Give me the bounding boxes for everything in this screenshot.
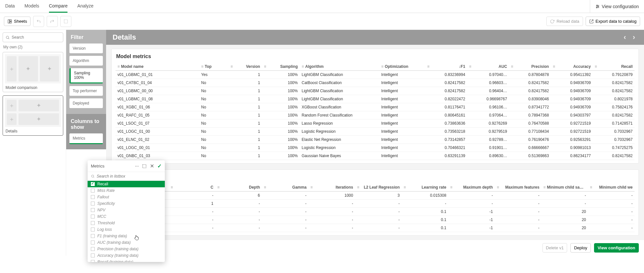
column-menu-icon[interactable]: ≡ <box>310 185 313 190</box>
column-menu-icon[interactable]: ≡ <box>450 185 453 190</box>
table-row[interactable]: v01_LGBMC_00_00No1100%LightGBM Classific… <box>115 87 635 95</box>
sheets-button[interactable]: Sheets <box>4 17 30 26</box>
listbox-item-f1-training-data-[interactable]: F1 (training data) <box>88 233 165 239</box>
listbox-item-npv[interactable]: NPV <box>88 207 165 213</box>
listbox-item-miss-rate[interactable]: Miss Rate <box>88 187 165 194</box>
column-menu-icon[interactable]: ≡ <box>217 185 220 190</box>
col-header-recall[interactable]: ≡Recall <box>593 63 635 71</box>
listbox-item-log-loss[interactable]: Log loss <box>88 226 165 233</box>
tab-compare[interactable]: Compare <box>49 0 68 13</box>
listbox-item-mcc[interactable]: MCC <box>88 213 165 220</box>
col-header-maximum-depth[interactable]: ≡Maximum depth <box>448 183 495 192</box>
tab-analyze[interactable]: Analyze <box>77 0 93 13</box>
column-menu-icon[interactable]: ≡ <box>404 185 406 190</box>
column-menu-icon[interactable]: ≡ <box>595 64 597 69</box>
column-menu-icon[interactable]: ≡ <box>543 185 546 190</box>
column-menu-icon[interactable]: ≡ <box>590 185 592 190</box>
next-sheet-button[interactable]: › <box>630 33 638 42</box>
col-header-learning-rate[interactable]: ≡Learning rate <box>402 183 448 192</box>
table-row[interactable]: v01_GNBC_01_03No1100%Gaussian Naive Baye… <box>115 152 635 160</box>
listbox-item-fallout[interactable]: Fallout <box>88 194 165 200</box>
table-row[interactable]: v01_RAFC_01_05No1100%Random Forest Class… <box>115 111 635 119</box>
view-configuration-top-button[interactable]: View configuration <box>595 4 639 9</box>
filter-row-version[interactable]: Version <box>69 43 103 53</box>
select-tool-icon[interactable] <box>142 164 147 168</box>
col-header-c[interactable]: ≡C <box>169 183 215 192</box>
tab-models[interactable]: Models <box>25 0 39 13</box>
selection-tool-button[interactable] <box>60 16 71 27</box>
filter-row-sampling-100-[interactable]: Sampling 100% <box>69 68 103 83</box>
listbox-item-specificity[interactable]: Specificity <box>88 200 165 207</box>
listbox-item-accuracy-training-data-[interactable]: Accuracy (training data) <box>88 252 165 256</box>
column-menu-icon[interactable]: ≡ <box>427 64 430 69</box>
column-menu-icon[interactable]: ≡ <box>357 185 359 190</box>
col-header-auc[interactable]: ≡AUC <box>467 63 509 71</box>
table-row[interactable]: v01_ELNC_01_021--------- <box>115 200 635 208</box>
col-header-maximum-features[interactable]: ≡Maximum features <box>495 183 541 192</box>
column-menu-icon[interactable]: ≡ <box>381 64 383 69</box>
listbox-item-threshold[interactable]: Threshold <box>88 220 165 226</box>
table-row[interactable]: v01_LGBMC_01_01Yes1100%LightGBM Classifi… <box>115 71 635 79</box>
column-menu-icon[interactable]: ≡ <box>497 185 499 190</box>
search-box[interactable] <box>3 32 63 42</box>
delete-button[interactable]: Delete v1 <box>542 243 567 253</box>
confirm-icon[interactable]: ✓ <box>157 163 162 169</box>
table-row[interactable]: v01_LGBMC_01_01-----0.1-1-20- <box>115 216 635 224</box>
column-menu-icon[interactable]: ≡ <box>302 64 304 69</box>
column-menu-icon[interactable]: ≡ <box>511 64 513 69</box>
table-row[interactable]: v01_LOGC_01_00No1100%Logistic Regression… <box>115 128 635 136</box>
col-header-depth[interactable]: ≡Depth <box>215 183 262 192</box>
metrics-selector[interactable]: Metrics <box>69 133 103 144</box>
col-header-minimum-child-samples[interactable]: ≡Minimum child samples <box>541 183 588 192</box>
sheet-thumb-details[interactable]: ＋ ✦ ＋ ✦ Details <box>3 95 63 136</box>
col-header-iterations[interactable]: ≡Iterations <box>309 183 355 192</box>
listbox-item-auc-training-data-[interactable]: AUC (training data) <box>88 239 165 246</box>
col-header-algorithm[interactable]: ≡Algorithm <box>300 63 379 71</box>
table-row[interactable]: v01_LGBMC_00_00-----0.1-1-20- <box>115 208 635 216</box>
table-row[interactable]: v01_ELNC_01_02No1100%Elastic Net Regress… <box>115 136 635 144</box>
col-header-optimization[interactable]: ≡Optimization <box>379 63 425 71</box>
table-row[interactable]: v01_LGBMC_01_08No1100%LightGBM Classific… <box>115 95 635 103</box>
col-header-version[interactable]: ≡Version <box>228 63 262 71</box>
prev-sheet-button[interactable]: ‹ <box>621 33 628 42</box>
table-row[interactable]: v01_CATBC_01_04No1100%CatBoost Classific… <box>115 79 635 87</box>
column-menu-icon[interactable]: ≡ <box>264 185 266 190</box>
column-menu-icon[interactable]: ≡ <box>201 64 203 69</box>
column-menu-icon[interactable]: ≡ <box>469 64 471 69</box>
view-configuration-button[interactable]: View configuration <box>594 243 639 253</box>
column-menu-icon[interactable]: ≡ <box>264 64 266 69</box>
hyperparameters-scroll[interactable]: ≡Model name ↑≡C≡Depth≡Gamma≡Iterations≡L… <box>115 183 635 232</box>
table-row[interactable]: v01_LOGC_00_01No1100%Logistic Regression… <box>115 144 635 152</box>
listbox-item-recall[interactable]: Recall <box>88 181 165 187</box>
table-row[interactable]: v01_CATBC_01_04-6-100030.015308---- <box>115 192 635 200</box>
col-header-l2-leaf-regression[interactable]: ≡L2 Leaf Regression <box>355 183 402 192</box>
col-header-model-name[interactable]: ≡Model name <box>115 63 199 71</box>
filter-row-algorithm[interactable]: Algorithm <box>69 56 103 66</box>
column-menu-icon[interactable]: ≡ <box>553 64 555 69</box>
listbox-item-precision-training-data-[interactable]: Precision (training data) <box>88 246 165 252</box>
column-menu-icon[interactable]: ≡ <box>230 64 233 69</box>
column-menu-icon[interactable]: ≡ <box>171 185 173 190</box>
col-header-minimum-child-we[interactable]: ≡Minimum child we <box>588 183 635 192</box>
table-row[interactable]: v01_LGBMC_01_08-----0.1-1-20- <box>115 224 635 232</box>
undo-button[interactable] <box>33 16 44 27</box>
deploy-button[interactable]: Deploy <box>570 243 590 253</box>
redo-button[interactable] <box>47 16 58 27</box>
col-header-gamma[interactable]: ≡Gamma <box>262 183 309 192</box>
search-input[interactable] <box>12 35 60 40</box>
reload-data-button[interactable]: Reload data <box>546 17 583 26</box>
close-icon[interactable]: ✕ <box>150 163 154 169</box>
filter-row-deployed[interactable]: Deployed <box>69 98 103 108</box>
table-row[interactable]: v01_LSOC_01_07No1100%Lasso RegressionInt… <box>115 119 635 128</box>
tab-data[interactable]: Data <box>5 0 15 13</box>
column-menu-icon[interactable]: ≡ <box>117 64 120 69</box>
col-header-sampling[interactable]: ≡Sampling <box>262 63 300 71</box>
popup-list[interactable]: RecallMiss RateFalloutSpecificityNPVMCCT… <box>88 181 165 256</box>
col-header-precision[interactable]: ≡Precision <box>509 63 551 71</box>
filter-row-top-performer[interactable]: Top performer <box>69 86 103 96</box>
col-header-accuracy[interactable]: ≡Accuracy <box>551 63 593 71</box>
export-data-button[interactable]: Export data to catalog <box>586 17 640 26</box>
sheet-thumb-model-comparison[interactable]: ＋ ✦ ✦ Model comparison <box>3 52 63 92</box>
table-row[interactable]: v01_XGBC_01_06No1100%XGBoost Classificat… <box>115 103 635 111</box>
col-header-top[interactable]: ≡Top <box>199 63 228 71</box>
